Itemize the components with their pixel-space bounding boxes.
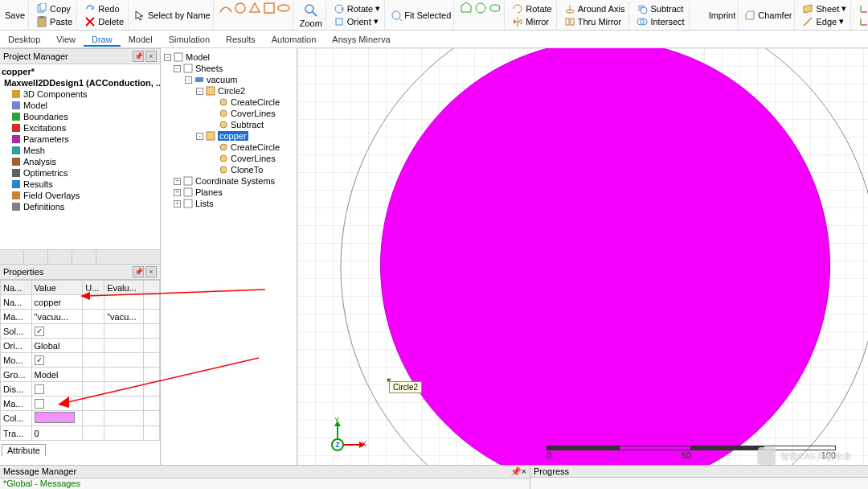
progress-panel[interactable]: Progress — [530, 465, 868, 489]
tree-node[interactable]: Results — [0, 179, 160, 190]
zoom-button[interactable]: Zoom — [297, 1, 326, 30]
tree-node[interactable]: Model — [0, 100, 160, 111]
expand-icon[interactable]: - — [174, 65, 181, 72]
model-tree-item[interactable]: -copper — [162, 130, 295, 142]
checkbox[interactable] — [35, 355, 44, 365]
menu-simulation[interactable]: Simulation — [161, 32, 218, 47]
property-row[interactable]: Dis... — [1, 382, 160, 397]
menu-ansys minerva[interactable]: Ansys Minerva — [324, 32, 398, 47]
expand-icon[interactable]: + — [174, 189, 181, 196]
property-row[interactable]: Ori...Global — [1, 339, 160, 353]
project-tabs[interactable] — [0, 249, 160, 264]
pin-icon[interactable]: 📌 — [133, 51, 144, 62]
prim-icon[interactable] — [459, 1, 473, 15]
copy-button[interactable]: Copy — [34, 2, 75, 15]
pin-icon[interactable]: 📌 — [133, 266, 144, 277]
subtract-button[interactable]: Subtract — [634, 2, 686, 15]
delete-button[interactable]: Delete — [82, 15, 126, 28]
model-tree[interactable]: -Model -Sheets-vacuum-Circle2CreateCircl… — [161, 48, 297, 465]
property-row[interactable]: Ma... — [1, 397, 160, 411]
mirror-button[interactable]: Mirror — [510, 15, 554, 28]
project-tree[interactable]: copper* Maxwell2DDesign1 (ACConduction, … — [0, 64, 160, 249]
model-tree-item[interactable]: Subtract — [162, 119, 295, 130]
menu-desktop[interactable]: Desktop — [0, 32, 48, 47]
model-tree-item[interactable]: -Sheets — [162, 63, 295, 74]
viewport-3d[interactable]: Y X Z Y X ↖ Circle2 050100 — [297, 48, 868, 465]
properties-panel[interactable]: Na...ValueU...Evalu... Na...copperMa..."… — [0, 280, 160, 465]
menu-draw[interactable]: Draw — [84, 32, 121, 47]
tree-node[interactable]: Boundaries — [0, 111, 160, 122]
prim-icon[interactable] — [488, 1, 502, 15]
thru-mirror-button[interactable]: Thru Mirror — [562, 15, 628, 28]
model-tree-item[interactable]: +Coordinate Systems — [162, 175, 295, 187]
redo-button[interactable]: Redo — [82, 2, 126, 15]
menu-view[interactable]: View — [48, 32, 84, 47]
model-tree-item[interactable]: CloneTo — [162, 164, 295, 175]
tree-node[interactable]: Mesh — [0, 145, 160, 156]
expand-icon[interactable]: + — [174, 178, 181, 185]
face-cs-button[interactable]: Face CS — [856, 2, 868, 15]
attribute-tab[interactable]: Attribute — [2, 444, 46, 456]
property-row[interactable]: Sol... — [1, 324, 160, 339]
pin-icon[interactable]: 📌 — [510, 466, 522, 476]
checkbox[interactable] — [35, 399, 44, 409]
chamfer-button[interactable]: Chamfer — [742, 1, 795, 30]
model-tree-item[interactable]: CoverLines — [162, 108, 295, 119]
model-tree-item[interactable]: -Circle2 — [162, 85, 295, 97]
model-tree-item[interactable]: -vacuum — [162, 74, 295, 85]
shape-icon[interactable] — [276, 1, 291, 15]
tree-node[interactable]: Parameters — [0, 134, 160, 145]
property-row[interactable]: Mo... — [1, 353, 160, 368]
menu-automation[interactable]: Automation — [264, 32, 325, 47]
tree-node[interactable]: 3D Components — [0, 88, 160, 100]
rotate2-button[interactable]: Rotate — [510, 2, 554, 15]
menu-model[interactable]: Model — [121, 32, 161, 47]
expand-icon[interactable]: - — [196, 133, 203, 140]
prim-icon[interactable] — [473, 1, 488, 15]
intersect-button[interactable]: Intersect — [634, 15, 686, 28]
tree-node[interactable]: Analysis — [0, 156, 160, 167]
property-row[interactable]: Tra...0 — [1, 426, 160, 441]
tree-node[interactable]: Optimetrics — [0, 167, 160, 179]
property-row[interactable]: Col... — [1, 411, 160, 426]
circle-copper[interactable] — [380, 48, 830, 465]
edge-button[interactable]: Edge ▾ — [800, 15, 849, 28]
imprint-button[interactable]: Imprint — [693, 1, 739, 30]
tree-node[interactable]: Field Overlays — [0, 190, 160, 201]
around-axis-button[interactable]: Around Axis — [562, 2, 628, 15]
close-icon[interactable]: × — [145, 266, 157, 277]
object-cs-button[interactable]: Object CS ▾ — [856, 15, 868, 28]
orient-button[interactable]: Orient ▾ — [331, 15, 383, 28]
rotate-button[interactable]: Rotate ▾ — [331, 2, 383, 15]
model-tree-item[interactable]: CreateCircle — [162, 142, 295, 153]
property-row[interactable]: Na...copper — [1, 295, 160, 310]
checkbox[interactable] — [35, 384, 44, 394]
shape-icon[interactable] — [248, 1, 262, 15]
checkbox[interactable] — [35, 327, 44, 336]
shape-icon[interactable] — [262, 1, 276, 15]
model-tree-item[interactable]: +Lists — [162, 198, 295, 209]
shape-icon[interactable] — [219, 1, 233, 15]
view-triad[interactable]: Z Y X — [313, 421, 362, 465]
paste-button[interactable]: Paste — [34, 15, 75, 28]
model-tree-item[interactable]: CoverLines — [162, 153, 295, 164]
save-button[interactable]: Save — [2, 1, 29, 30]
message-manager[interactable]: Message Manager📌× *Global - Messages Lef… — [0, 465, 530, 489]
property-row[interactable]: Gro...Model — [1, 368, 160, 382]
tree-node[interactable]: Definitions — [0, 201, 160, 212]
model-tree-item[interactable]: +Planes — [162, 187, 295, 198]
tree-node[interactable]: Excitations — [0, 122, 160, 134]
close-icon[interactable]: × — [522, 466, 526, 476]
fit-selected-button[interactable]: Fit Selected — [388, 1, 454, 30]
select-by-name-button[interactable]: Select by Name — [132, 1, 214, 30]
close-icon[interactable]: × — [145, 51, 157, 62]
menu-results[interactable]: Results — [218, 32, 264, 47]
expand-icon[interactable]: + — [174, 200, 181, 208]
expand-icon[interactable]: - — [185, 76, 192, 84]
shape-icon[interactable] — [233, 1, 248, 15]
model-tree-item[interactable]: CreateCircle — [162, 97, 295, 108]
color-swatch[interactable] — [35, 412, 75, 423]
expand-icon[interactable]: - — [196, 88, 203, 95]
message-global[interactable]: *Global - Messages — [3, 479, 80, 488]
sheet-button[interactable]: Sheet ▾ — [800, 2, 849, 15]
